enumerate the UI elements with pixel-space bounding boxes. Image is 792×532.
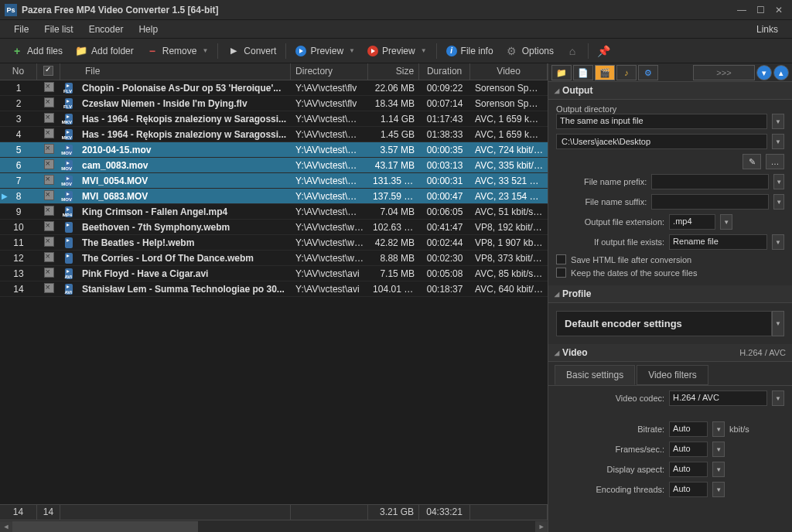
dropdown-icon[interactable]: ▼ <box>712 421 725 437</box>
table-row[interactable]: 13AVIPink Floyd - Have a Cigar.aviY:\AV\… <box>0 266 548 281</box>
horizontal-scrollbar[interactable]: ◄ ► <box>0 520 548 532</box>
col-video[interactable]: Video <box>470 63 548 80</box>
dropdown-icon[interactable]: ▼ <box>773 174 784 189</box>
dropdown-icon[interactable]: ▼ <box>712 482 725 497</box>
dropdown-icon[interactable]: ▼ <box>772 234 784 250</box>
output-path-input[interactable] <box>556 134 767 149</box>
tab-doc-icon[interactable]: 📄 <box>573 65 593 80</box>
table-row[interactable]: 7MOVMVI_0054.MOVY:\AV\vctest\mov\...131.… <box>0 173 548 189</box>
cell-check[interactable] <box>37 80 60 96</box>
remove-button[interactable]: −Remove▼ <box>140 43 215 60</box>
row-checkbox-icon[interactable] <box>44 113 54 123</box>
table-row[interactable]: 11The Beatles - Help!.webmY:\AV\vctest\w… <box>0 235 548 251</box>
table-row[interactable]: 12The Corries - Lord Of The Dance.webmY:… <box>0 251 548 266</box>
row-checkbox-icon[interactable] <box>44 97 54 107</box>
profile-section-header[interactable]: ◢Profile <box>548 285 792 303</box>
preview-input-button[interactable]: Preview▼ <box>289 43 361 59</box>
close-button[interactable]: ✕ <box>770 3 787 17</box>
row-checkbox-icon[interactable] <box>44 128 54 138</box>
dropdown-icon[interactable]: ▼ <box>772 114 784 129</box>
codec-select[interactable]: H.264 / AVC <box>669 390 767 406</box>
col-no[interactable]: No <box>0 63 37 80</box>
cell-check[interactable] <box>37 281 60 297</box>
tab-expand-button[interactable]: >>> <box>693 65 755 80</box>
tab-advanced-icon[interactable]: ⚙ <box>638 65 658 80</box>
row-checkbox-icon[interactable] <box>44 206 54 216</box>
row-checkbox-icon[interactable] <box>44 190 54 200</box>
cell-check[interactable] <box>37 266 60 281</box>
cell-check[interactable] <box>37 189 60 204</box>
scroll-thumb[interactable] <box>12 521 198 532</box>
output-dir-select[interactable]: The same as input file <box>556 114 767 129</box>
table-row[interactable]: 4MKVHas - 1964 - Rękopis znaleziony w Sa… <box>0 127 548 142</box>
cell-check[interactable] <box>37 251 60 266</box>
tab-video-icon[interactable]: 🎬 <box>595 65 615 80</box>
video-section-header[interactable]: ◢VideoH.264 / AVC <box>548 344 792 362</box>
col-duration[interactable]: Duration <box>419 63 470 80</box>
col-size[interactable]: Size <box>368 63 419 80</box>
dropdown-icon[interactable]: ▼ <box>720 214 732 230</box>
row-checkbox-icon[interactable] <box>44 82 54 92</box>
tab-basic-settings[interactable]: Basic settings <box>555 365 635 385</box>
maximize-button[interactable]: ☐ <box>752 3 769 17</box>
scroll-left-button[interactable]: ◄ <box>0 521 12 532</box>
exists-select[interactable]: Rename file <box>669 234 767 250</box>
col-check[interactable] <box>37 63 60 80</box>
cell-check[interactable] <box>37 204 60 220</box>
menu-filelist[interactable]: File list <box>36 22 80 37</box>
row-checkbox-icon[interactable] <box>44 252 54 262</box>
tab-output-icon[interactable]: 📁 <box>551 65 572 80</box>
cell-check[interactable] <box>37 111 60 127</box>
row-checkbox-icon[interactable] <box>44 144 54 154</box>
cell-check[interactable] <box>37 235 60 251</box>
home-button[interactable]: ⌂ <box>560 43 585 60</box>
dropdown-icon[interactable]: ▼ <box>773 194 784 210</box>
dropdown-icon[interactable]: ▼ <box>772 390 784 406</box>
add-files-button[interactable]: +Add files <box>5 43 69 60</box>
tab-video-filters[interactable]: Video filters <box>637 365 708 385</box>
minimize-button[interactable]: — <box>733 3 750 17</box>
table-row[interactable]: ▶8MOVMVI_0683.MOVY:\AV\vctest\mov\...137… <box>0 189 548 204</box>
collapse-all-button[interactable]: ▾ <box>756 65 772 80</box>
table-body[interactable]: 1FLVChopin - Polonaise As-Dur op 53 'Her… <box>0 80 548 504</box>
row-checkbox-icon[interactable] <box>44 159 54 169</box>
fps-select[interactable]: Auto <box>669 442 708 457</box>
threads-select[interactable]: Auto <box>669 482 708 497</box>
keep-dates-checkbox[interactable]: Keep the dates of the source files <box>556 268 784 278</box>
convert-button[interactable]: ▶Convert <box>221 43 282 60</box>
table-row[interactable]: 6MOVcam_0083.movY:\AV\vctest\mov43.17 MB… <box>0 158 548 173</box>
add-folder-button[interactable]: 📁Add folder <box>69 43 140 60</box>
table-row[interactable]: 3MKVHas - 1964 - Rękopis znaleziony w Sa… <box>0 111 548 127</box>
table-row[interactable]: 1FLVChopin - Polonaise As-Dur op 53 'Her… <box>0 80 548 96</box>
table-row[interactable]: 10Beethoven - 7th Symphony.webmY:\AV\vct… <box>0 220 548 235</box>
preview-output-button[interactable]: Preview▼ <box>361 43 433 59</box>
menu-encoder[interactable]: Encoder <box>81 22 131 37</box>
col-file[interactable]: File <box>77 63 291 80</box>
aspect-select[interactable]: Auto <box>669 462 708 477</box>
row-checkbox-icon[interactable] <box>44 175 54 185</box>
cell-check[interactable] <box>37 220 60 235</box>
row-checkbox-icon[interactable] <box>44 268 54 278</box>
menu-links[interactable]: Links <box>749 22 786 37</box>
table-row[interactable]: 2FLVCzesław Niemen - Inside I'm Dying.fl… <box>0 96 548 111</box>
scroll-track[interactable] <box>12 521 535 532</box>
cell-check[interactable] <box>37 127 60 142</box>
file-info-button[interactable]: iFile info <box>440 43 500 59</box>
cell-check[interactable] <box>37 96 60 111</box>
dropdown-icon[interactable]: ▼ <box>772 134 784 149</box>
row-checkbox-icon[interactable] <box>44 237 54 247</box>
options-button[interactable]: ⚙Options <box>500 43 560 60</box>
prefix-input[interactable] <box>651 174 769 189</box>
cell-check[interactable] <box>37 158 60 173</box>
menu-file[interactable]: File <box>6 22 36 37</box>
dropdown-icon[interactable]: ▼ <box>712 462 725 477</box>
profile-select[interactable]: Default encoder settings <box>556 311 772 336</box>
expand-all-button[interactable]: ▴ <box>773 65 789 80</box>
col-directory[interactable]: Directory <box>291 63 368 80</box>
row-checkbox-icon[interactable] <box>44 283 54 293</box>
suffix-input[interactable] <box>651 194 769 210</box>
pin-button[interactable]: 📌 <box>592 43 616 60</box>
dropdown-icon[interactable]: ▼ <box>772 311 784 336</box>
ext-select[interactable]: .mp4 <box>669 214 715 230</box>
cell-check[interactable] <box>37 142 60 158</box>
